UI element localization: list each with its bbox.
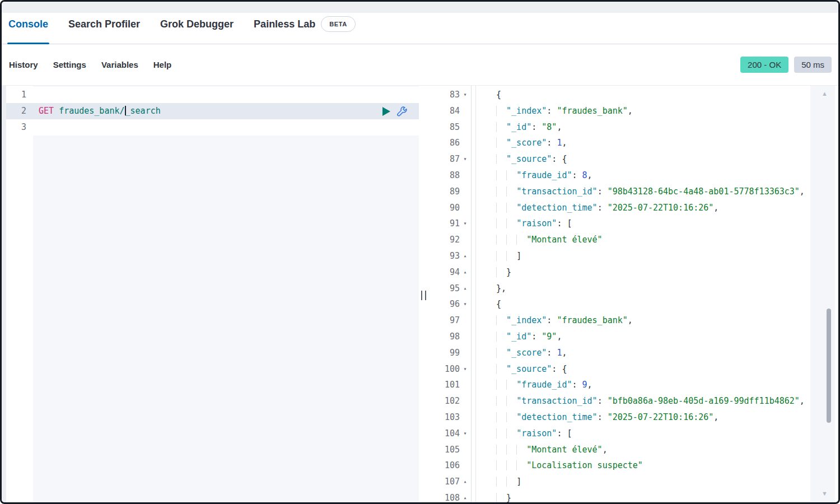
editor-line[interactable]: 2GET fraudes_bank/_search [6, 103, 419, 119]
response-line: 89 "transaction_id": "98b43128-64bc-4a48… [428, 184, 810, 200]
line-number: 95 [428, 281, 460, 297]
response-line: 102 "transaction_id": "bfb0a86a-98eb-405… [428, 393, 810, 409]
response-text: ] [496, 248, 521, 264]
response-text: } [496, 490, 511, 502]
fold-open-icon[interactable]: ▾ [460, 361, 470, 377]
line-number: 93 [428, 248, 460, 264]
token-url: _search [125, 106, 161, 116]
fold-spacer [460, 103, 470, 119]
menu-variables[interactable]: Variables [101, 60, 138, 69]
request-editor[interactable]: 12GET fraudes_bank/_search3 [6, 86, 419, 502]
fold-open-icon[interactable]: ▾ [460, 216, 470, 232]
fold-close-icon[interactable]: ▴ [460, 474, 470, 490]
editor-line[interactable]: 1 [6, 87, 419, 103]
response-line: 103 "detection_time": "2025-07-22T10:16:… [428, 409, 810, 426]
line-number: 104 [428, 426, 460, 442]
menu-history[interactable]: History [9, 60, 38, 69]
scrollbar-thumb[interactable] [827, 309, 831, 423]
line-number: 86 [428, 135, 460, 151]
line-number: 85 [428, 119, 460, 136]
response-text: "Localisation suspecte" [496, 458, 643, 474]
fold-close-icon[interactable]: ▴ [460, 490, 470, 502]
response-line: 100▾ "_source": { [428, 361, 810, 377]
fold-close-icon[interactable]: ▴ [460, 264, 470, 281]
response-line: 88 "fraude_id": 8, [428, 167, 810, 184]
toolbar-menus: HistorySettingsVariablesHelp [9, 60, 171, 69]
token-url: fraudes_bank/ [59, 106, 124, 116]
response-text: { [496, 296, 501, 312]
line-number: 100 [428, 361, 460, 377]
play-icon[interactable] [382, 107, 390, 116]
wrench-icon[interactable] [396, 105, 408, 117]
line-number: 98 [428, 329, 460, 345]
line-number: 107 [428, 474, 460, 490]
line-number: 84 [428, 103, 460, 119]
left-edge-strip [2, 86, 6, 502]
response-text: { [496, 87, 501, 103]
fold-open-icon[interactable]: ▾ [460, 151, 470, 167]
fold-spacer [460, 167, 470, 184]
response-line: 87▾ "_source": { [428, 151, 810, 167]
fold-spacer [460, 232, 470, 248]
line-number: 88 [428, 167, 460, 184]
response-text: "transaction_id": "bfb0a86a-98eb-405d-a1… [496, 393, 805, 409]
response-text: "Montant élevé" [496, 232, 603, 248]
tab-painless-lab[interactable]: Painless LabBETA [254, 18, 356, 44]
response-time-badge: 50 ms [794, 57, 832, 73]
fold-open-icon[interactable]: ▾ [460, 296, 470, 312]
response-text: "transaction_id": "98b43128-64bc-4a48-ab… [496, 184, 805, 200]
fold-close-icon[interactable]: ▴ [460, 281, 470, 297]
fold-open-icon[interactable]: ▾ [460, 87, 470, 103]
response-text: "_source": { [496, 361, 567, 377]
response-text: "_score": 1, [496, 135, 567, 151]
response-line: 98 "_id": "9", [428, 329, 810, 345]
tab-console[interactable]: Console [8, 18, 48, 44]
tab-search-profiler[interactable]: Search Profiler [68, 18, 140, 44]
line-number: 87 [428, 151, 460, 167]
fold-open-icon[interactable]: ▾ [460, 426, 470, 442]
menu-settings[interactable]: Settings [53, 60, 86, 69]
response-line: 84 "_index": "fraudes_bank", [428, 103, 810, 119]
line-number: 94 [428, 264, 460, 281]
response-text: ] [496, 474, 521, 490]
line-number: 90 [428, 200, 460, 216]
fold-spacer [460, 184, 470, 200]
line-number: 99 [428, 345, 460, 361]
response-line: 90 "detection_time": "2025-07-22T10:16:2… [428, 200, 810, 216]
line-number: 89 [428, 184, 460, 200]
tab-label: Grok Debugger [160, 18, 234, 30]
request-text: GET fraudes_bank/_search [33, 103, 161, 119]
line-number: 106 [428, 458, 460, 474]
response-text: "_score": 1, [496, 345, 567, 361]
fold-spacer [460, 458, 470, 474]
response-text: "raison": [ [496, 216, 572, 232]
line-number: 92 [428, 232, 460, 248]
response-line: 91▾ "raison": [ [428, 216, 810, 232]
fold-spacer [460, 200, 470, 216]
fold-close-icon[interactable]: ▴ [460, 248, 470, 264]
response-line: 101 "fraude_id": 9, [428, 377, 810, 393]
response-text: "_index": "fraudes_bank", [496, 103, 633, 119]
scroll-up-icon[interactable]: ▲ [822, 90, 828, 97]
token-plain [54, 106, 59, 116]
splitter-handle-icon[interactable] [421, 291, 426, 300]
line-number: 83 [428, 87, 460, 103]
beta-badge: BETA [321, 16, 356, 32]
response-text: } [496, 264, 511, 281]
scroll-down-icon[interactable]: ▼ [822, 490, 828, 497]
line-number: 91 [428, 216, 460, 232]
scrollbar-track[interactable] [810, 86, 835, 502]
response-text: "_source": { [496, 151, 567, 167]
response-line: 86 "_score": 1, [428, 135, 810, 151]
menu-help[interactable]: Help [153, 60, 172, 69]
editor-line[interactable]: 3 [6, 119, 419, 136]
tab-label: Console [8, 18, 48, 30]
fold-spacer [460, 442, 470, 458]
line-number: 96 [428, 296, 460, 312]
active-tab-underline [7, 43, 49, 44]
window-top-strip [2, 2, 838, 13]
response-text: "_id": "8", [496, 119, 562, 136]
response-line: 97 "_index": "fraudes_bank", [428, 312, 810, 329]
line-number: 108 [428, 490, 460, 502]
tab-grok-debugger[interactable]: Grok Debugger [160, 18, 234, 44]
